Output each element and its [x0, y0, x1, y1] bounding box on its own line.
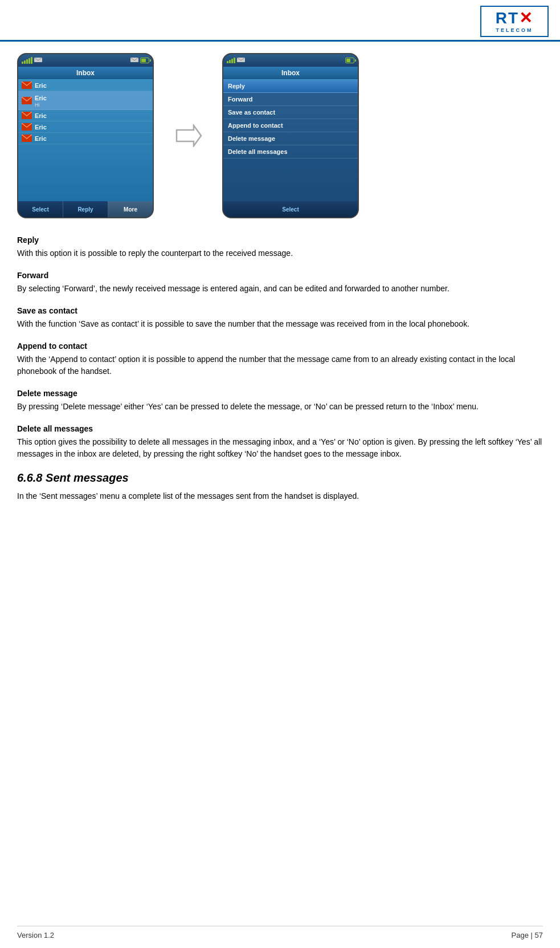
right-phone-mockup: Inbox Reply Forward Save as contact Appe… [222, 53, 359, 218]
section-delete-all: Delete all messages This option gives th… [17, 424, 543, 460]
inbox-row-5: Eric [18, 133, 153, 144]
menu-item-forward[interactable]: Forward [223, 93, 358, 106]
inbox-row-3: Eric [18, 110, 153, 121]
envelope-icon-5 [22, 135, 32, 142]
inbox-name-2: Eric [35, 95, 47, 101]
section-forward: Forward By selecting ‘Forward’, the newl… [17, 271, 543, 295]
section-save-contact: Save as contact With the function ‘Save … [17, 306, 543, 330]
message-icon-right [237, 58, 245, 63]
battery-fill-left [141, 59, 146, 62]
chapter-number: 6.6.8 [17, 471, 42, 484]
right-signal-bar-3 [231, 59, 233, 63]
section-save-contact-title: Save as contact [17, 306, 543, 315]
logo-x: ✕ [519, 9, 533, 27]
inbox-name-3: Eric [35, 112, 47, 119]
left-phone-bottom: Select Reply More [18, 201, 153, 217]
right-select-btn[interactable]: Select [223, 201, 358, 217]
section-forward-title: Forward [17, 271, 543, 280]
battery-icon-left [140, 58, 149, 63]
left-inbox-title: Inbox [76, 69, 95, 77]
section-delete-all-title: Delete all messages [17, 424, 543, 433]
right-menu-bottom: Select [223, 201, 358, 217]
left-status-right [130, 58, 149, 63]
left-select-btn[interactable]: Select [18, 201, 63, 217]
right-signal-bar-4 [234, 58, 235, 63]
chapter-title: Sent messages [46, 471, 129, 484]
message-icon-left [34, 58, 42, 63]
battery-icon-right [345, 58, 354, 63]
right-signal-bar-1 [227, 61, 228, 63]
signal-bar-1 [22, 62, 23, 64]
inbox-item-2-text: Eric Hi [35, 93, 47, 108]
message-icon-left2 [130, 58, 138, 63]
section-save-contact-body: With the function ‘Save as contact’ it i… [17, 318, 543, 330]
rtx-logo: RT✕ TELECOM [480, 6, 549, 37]
inbox-row-1: Eric [18, 80, 153, 91]
logo-telecom-text: TELECOM [496, 27, 533, 33]
signal-bar-4 [28, 58, 30, 64]
left-more-btn[interactable]: More [108, 201, 153, 217]
menu-item-save-contact[interactable]: Save as contact [223, 106, 358, 119]
right-status-left [227, 58, 245, 63]
menu-item-delete-all[interactable]: Delete all messages [223, 145, 358, 158]
menu-item-append-contact[interactable]: Append to contact [223, 119, 358, 132]
screenshots-section: Inbox Eric [17, 53, 543, 218]
battery-fill-right [346, 59, 350, 62]
inbox-row-4: Eric [18, 121, 153, 133]
right-status-bar [223, 54, 358, 67]
section-reply-body: With this option it is possible to reply… [17, 247, 543, 259]
arrow-container [171, 124, 205, 147]
envelope-icon-2 [22, 97, 32, 104]
envelope-icon-1 [22, 82, 32, 89]
left-phone-header: Inbox [18, 67, 153, 80]
left-reply-btn[interactable]: Reply [63, 201, 108, 217]
left-phone-screen: Inbox Eric [18, 54, 153, 217]
inbox-name-1: Eric [35, 82, 47, 89]
section-append-contact-body: With the ‘Append to contact’ option it i… [17, 353, 543, 377]
right-status-right [345, 58, 354, 63]
left-inbox-list: Eric Eric Hi [18, 80, 153, 201]
inbox-row-2: Eric Hi [18, 91, 153, 110]
envelope-icon-3 [22, 112, 32, 119]
right-phone-header: Inbox [223, 67, 358, 80]
page-header: RT✕ TELECOM [0, 0, 560, 42]
inbox-subtext-2: Hi [35, 102, 47, 108]
right-signal-bar-2 [229, 60, 231, 63]
left-status-left [22, 57, 42, 64]
svg-marker-7 [177, 125, 201, 146]
menu-item-reply[interactable]: Reply [223, 80, 358, 93]
inbox-name-4: Eric [35, 124, 47, 131]
section-delete-msg-title: Delete message [17, 389, 543, 398]
footer-version: Version 1.2 [17, 931, 54, 939]
section-append-contact: Append to contact With the ‘Append to co… [17, 341, 543, 377]
footer-page: Page | 57 [512, 931, 543, 939]
menu-item-delete-msg[interactable]: Delete message [223, 132, 358, 145]
section-delete-all-body: This option gives the possibility to del… [17, 436, 543, 460]
signal-bars-right [227, 58, 235, 63]
page-footer: Version 1.2 Page | 57 [17, 926, 543, 939]
section-reply-title: Reply [17, 235, 543, 245]
section-forward-body: By selecting ‘Forward’, the newly receiv… [17, 283, 543, 295]
signal-bar-3 [26, 59, 28, 64]
section-delete-msg-body: By pressing ‘Delete message’ either ‘Yes… [17, 401, 543, 413]
chapter-heading: 6.6.8 Sent messages [17, 471, 543, 485]
right-phone-screen: Inbox Reply Forward Save as contact Appe… [223, 54, 358, 217]
main-content: Inbox Eric [0, 42, 560, 531]
right-inbox-title: Inbox [281, 69, 300, 77]
envelope-icon-4 [22, 123, 32, 131]
right-menu-list: Reply Forward Save as contact Append to … [223, 80, 358, 201]
signal-bars-left [22, 57, 32, 64]
logo-rtx-text: RT✕ [496, 10, 533, 26]
section-reply: Reply With this option it is possible to… [17, 235, 543, 259]
section-delete-msg: Delete message By pressing ‘Delete messa… [17, 389, 543, 413]
left-status-bar [18, 54, 153, 67]
signal-bar-5 [31, 57, 32, 64]
inbox-name-5: Eric [35, 135, 47, 142]
section-append-contact-title: Append to contact [17, 341, 543, 351]
right-arrow-icon [174, 124, 202, 147]
chapter-section: 6.6.8 Sent messages In the ‘Sent message… [17, 471, 543, 502]
left-phone-mockup: Inbox Eric [17, 53, 154, 218]
signal-bar-2 [24, 60, 26, 64]
chapter-body: In the ‘Sent messages’ menu a complete l… [17, 490, 543, 502]
